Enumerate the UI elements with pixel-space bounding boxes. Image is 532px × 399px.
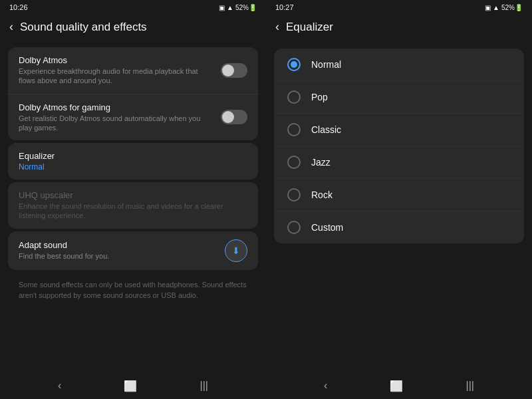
dolby-gaming-item[interactable]: Dolby Atmos for gaming Get realistic Dol… <box>8 94 258 141</box>
equalizer-list: Normal Pop Classic Jazz Rock Custom <box>266 45 532 247</box>
eq-radio-normal <box>287 58 301 71</box>
left-nav-home-icon[interactable]: ⬜ <box>124 380 137 392</box>
left-header: ‹ Sound quality and effects <box>0 15 266 41</box>
adapt-sound-download-button[interactable]: ⬇ <box>225 239 247 262</box>
left-status-bar: 10:26 ▣ ▲ 52%🔋 <box>0 0 266 15</box>
right-status-icons: ▣ ▲ 52%🔋 <box>485 4 523 11</box>
eq-option-jazz[interactable]: Jazz <box>274 146 524 179</box>
dolby-atmos-toggle[interactable] <box>221 63 247 78</box>
eq-radio-pop <box>287 90 301 104</box>
dolby-atmos-title: Dolby Atmos <box>19 55 214 65</box>
download-icon: ⬇ <box>232 245 240 256</box>
left-back-button[interactable]: ‹ <box>9 20 13 34</box>
left-status-icons: ▣ ▲ 52%🔋 <box>219 4 257 11</box>
equalizer-card: Equalizer Normal <box>8 143 258 180</box>
right-phone-screen: 10:27 ▣ ▲ 52%🔋 ‹ Equalizer Normal Pop Cl… <box>266 0 532 399</box>
equalizer-content: Normal Pop Classic Jazz Rock Custom <box>266 41 532 372</box>
eq-radio-custom <box>287 221 301 234</box>
dolby-atmos-item[interactable]: Dolby Atmos Experience breakthrough audi… <box>8 47 258 94</box>
eq-label-custom: Custom <box>311 222 343 233</box>
sound-effects-info: Some sound effects can only be used with… <box>8 273 258 308</box>
eq-option-pop[interactable]: Pop <box>274 81 524 114</box>
eq-radio-jazz <box>287 156 301 169</box>
battery-icon: 52%🔋 <box>235 4 257 11</box>
adapt-sound-card: Adapt sound Find the best sound for you.… <box>8 231 258 270</box>
right-time: 10:27 <box>275 3 294 11</box>
left-nav-bar: ‹ ⬜ ||| <box>0 372 266 399</box>
left-screen-title: Sound quality and effects <box>20 21 147 34</box>
left-time: 10:26 <box>9 3 28 11</box>
dolby-gaming-title: Dolby Atmos for gaming <box>19 102 214 112</box>
equalizer-item[interactable]: Equalizer Normal <box>8 143 258 180</box>
eq-option-rock[interactable]: Rock <box>274 179 524 211</box>
eq-option-classic[interactable]: Classic <box>274 114 524 146</box>
right-wifi-icon: ▲ <box>493 4 499 11</box>
right-header: ‹ Equalizer <box>266 15 532 41</box>
dolby-atmos-desc: Experience breakthrough audio for media … <box>19 66 214 86</box>
left-nav-recents-icon[interactable]: ||| <box>200 380 207 392</box>
right-battery-icon: 52%🔋 <box>501 4 523 11</box>
eq-radio-rock <box>287 188 301 201</box>
right-back-button[interactable]: ‹ <box>275 20 279 34</box>
left-nav-back-icon[interactable]: ‹ <box>58 380 61 392</box>
right-screen-title: Equalizer <box>286 21 333 34</box>
equalizer-value: Normal <box>19 162 241 172</box>
eq-label-normal: Normal <box>311 59 341 70</box>
wifi-icon: ▲ <box>227 4 233 11</box>
right-nav-home-icon[interactable]: ⬜ <box>390 380 403 392</box>
right-nav-bar: ‹ ⬜ ||| <box>266 372 532 399</box>
uhq-item: UHQ upscaler Enhance the sound resolutio… <box>8 182 258 229</box>
adapt-sound-item[interactable]: Adapt sound Find the best sound for you.… <box>8 231 258 270</box>
right-status-bar: 10:27 ▣ ▲ 52%🔋 <box>266 0 532 15</box>
eq-label-classic: Classic <box>311 124 341 135</box>
dolby-card: Dolby Atmos Experience breakthrough audi… <box>8 47 258 140</box>
eq-label-rock: Rock <box>311 190 332 200</box>
eq-radio-classic <box>287 123 301 136</box>
dolby-gaming-toggle[interactable] <box>221 110 247 124</box>
dolby-gaming-desc: Get realistic Dolby Atmos sound automati… <box>19 114 214 133</box>
equalizer-title: Equalizer <box>19 151 241 161</box>
uhq-desc: Enhance the sound resolution of music an… <box>19 201 241 221</box>
uhq-title: UHQ upscaler <box>19 190 241 200</box>
eq-label-jazz: Jazz <box>311 157 331 168</box>
eq-option-normal[interactable]: Normal <box>274 49 524 81</box>
right-nav-back-icon[interactable]: ‹ <box>324 380 327 392</box>
right-nav-recents-icon[interactable]: ||| <box>466 380 473 392</box>
adapt-sound-title: Adapt sound <box>19 240 218 250</box>
left-phone-screen: 10:26 ▣ ▲ 52%🔋 ‹ Sound quality and effec… <box>0 0 266 399</box>
eq-label-pop: Pop <box>311 92 328 102</box>
eq-option-custom[interactable]: Custom <box>274 211 524 243</box>
uhq-card: UHQ upscaler Enhance the sound resolutio… <box>8 182 258 229</box>
signal-icon: ▣ <box>219 4 225 11</box>
right-signal-icon: ▣ <box>485 4 491 11</box>
adapt-sound-desc: Find the best sound for you. <box>19 251 218 261</box>
left-content: Dolby Atmos Experience breakthrough audi… <box>0 41 266 372</box>
